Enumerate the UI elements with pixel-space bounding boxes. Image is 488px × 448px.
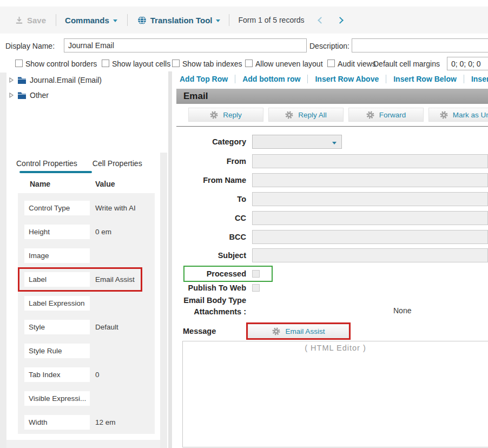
processed-checkbox[interactable]: [252, 270, 260, 278]
from-name-label: From Name: [176, 173, 246, 187]
email-assist-button[interactable]: Email Assist: [248, 324, 349, 338]
cc-label: CC: [176, 211, 246, 225]
bcc-label: BCC: [176, 230, 246, 244]
property-row-control-type[interactable]: Control Type Write with AI: [16, 201, 167, 215]
toolbar-separator: [56, 14, 56, 26]
next-record-icon[interactable]: [337, 17, 344, 24]
attachments-value: None: [393, 306, 411, 315]
globe-icon: [137, 16, 147, 25]
from-name-input[interactable]: [252, 173, 488, 187]
description-input[interactable]: [352, 38, 488, 52]
chevron-down-icon: [113, 19, 117, 22]
folder-icon: [17, 76, 27, 84]
subject-label: Subject: [176, 248, 246, 262]
property-row-style-rule[interactable]: Style Rule: [16, 344, 167, 358]
tree-item-other[interactable]: Other: [9, 91, 49, 100]
chevron-down-icon: [216, 19, 220, 22]
tab-cell-properties[interactable]: Cell Properties: [93, 159, 142, 174]
toolbar-separator: [229, 14, 229, 26]
display-name-input[interactable]: [64, 38, 307, 52]
save-label: Save: [27, 16, 46, 25]
tree-item-label: Journal.Email (Email): [30, 76, 102, 84]
commands-label: Commands: [65, 16, 109, 25]
subject-input[interactable]: [252, 248, 488, 262]
property-row-label-expression[interactable]: Label Expression: [16, 296, 167, 311]
tree-expander-icon[interactable]: [9, 92, 14, 98]
allow-uneven-layout-checkbox[interactable]: [245, 60, 253, 67]
show-layout-cells-checkbox[interactable]: [102, 60, 109, 67]
property-grid: Name Value Control Type Write with AI He…: [16, 176, 167, 434]
from-label: From: [176, 154, 246, 168]
to-input[interactable]: [252, 192, 488, 206]
toolbar-separator: [127, 14, 128, 26]
show-tab-indexes-checkbox[interactable]: [172, 60, 180, 67]
property-row-visible-expression[interactable]: Visible Expressi...: [16, 391, 167, 406]
show-control-borders-label: Show control borders: [25, 60, 97, 68]
property-row-image[interactable]: Image: [16, 248, 167, 263]
property-row-tab-index[interactable]: Tab Index 0: [16, 367, 167, 382]
audit-views-checkbox[interactable]: [327, 60, 335, 67]
gear-icon: [210, 111, 218, 119]
reply-button[interactable]: Reply: [188, 108, 263, 122]
default-cell-margins-label: Default cell margins: [373, 60, 440, 68]
gear-icon: [272, 327, 280, 335]
display-name-label: Display Name:: [5, 42, 55, 50]
record-navigation: Form 1 of 5 records: [238, 16, 342, 24]
panel-divider[interactable]: [168, 71, 172, 448]
folder-icon: [17, 91, 27, 100]
description-label: Description:: [309, 42, 349, 50]
add-bottom-row-link[interactable]: Add bottom row: [235, 75, 307, 83]
chevron-down-icon: [332, 142, 337, 144]
add-top-row-link[interactable]: Add Top Row: [176, 75, 235, 83]
email-action-buttons: Reply Reply All Forward Mark as Unr: [176, 108, 488, 122]
record-count-text: Form 1 of 5 records: [238, 16, 304, 24]
show-control-borders-checkbox[interactable]: [15, 60, 23, 67]
allow-uneven-layout-label: Allow uneven layout: [255, 60, 323, 68]
save-button[interactable]: Save: [15, 16, 46, 25]
message-html-editor[interactable]: ( HTML Editor ): [182, 341, 488, 447]
gear-icon: [366, 111, 374, 119]
default-cell-margins-input[interactable]: [447, 57, 488, 70]
left-edge-strip: [0, 73, 6, 448]
show-tab-indexes-label: Show tab indexes: [182, 60, 242, 68]
category-label: Category: [176, 135, 246, 149]
reply-all-button[interactable]: Reply All: [268, 108, 344, 122]
actions-divider-line: [176, 126, 488, 127]
grid-header-value: Value: [95, 180, 115, 188]
top-toolbar: Save Commands Translation Tool Form 1 of…: [0, 6, 488, 34]
email-section-titlebar: Email: [176, 89, 488, 104]
cc-input[interactable]: [252, 211, 488, 225]
category-select[interactable]: [252, 135, 342, 149]
attachments-label: Attachments :: [176, 305, 246, 319]
html-editor-placeholder: ( HTML Editor ): [183, 341, 488, 352]
left-panel-scrollbar[interactable]: [160, 153, 167, 448]
mark-as-unread-button[interactable]: Mark as Unr: [428, 108, 488, 122]
active-tab-underline: [19, 171, 92, 173]
previous-record-icon[interactable]: [318, 17, 325, 24]
bcc-input[interactable]: [252, 230, 488, 244]
grid-header-name: Name: [30, 180, 50, 188]
tree-expander-icon[interactable]: [9, 77, 14, 83]
email-section-title: Email: [183, 91, 208, 102]
message-label: Message: [183, 327, 216, 335]
property-row-style[interactable]: Style Default: [16, 320, 167, 334]
forward-button[interactable]: Forward: [348, 108, 424, 122]
row-actions-bar: Add Top Row Add bottom row Insert Row Ab…: [176, 73, 488, 85]
tree-item-label: Other: [30, 91, 49, 100]
from-input[interactable]: [252, 154, 488, 168]
processed-label: Processed: [176, 267, 246, 281]
property-row-height[interactable]: Height 0 em: [16, 225, 167, 239]
gear-icon: [285, 111, 293, 119]
insert-row-above-link[interactable]: Insert Row Above: [307, 75, 386, 83]
publish-to-web-checkbox[interactable]: [252, 284, 260, 292]
commands-menu-button[interactable]: Commands: [65, 16, 117, 25]
tree-item-journal-email[interactable]: Journal.Email (Email): [9, 76, 102, 84]
insert-row-below-link[interactable]: Insert Row Below: [386, 75, 464, 83]
audit-views-label: Audit views: [338, 60, 376, 68]
grid-bottom-strip: [6, 440, 160, 448]
insert-row-after-link[interactable]: Inser: [464, 75, 488, 83]
save-download-icon: [15, 16, 23, 24]
property-row-width[interactable]: Width 12 em: [16, 415, 167, 430]
translation-tool-menu-button[interactable]: Translation Tool: [137, 16, 221, 25]
form-designer-window: Save Commands Translation Tool Form 1 of…: [0, 0, 488, 448]
